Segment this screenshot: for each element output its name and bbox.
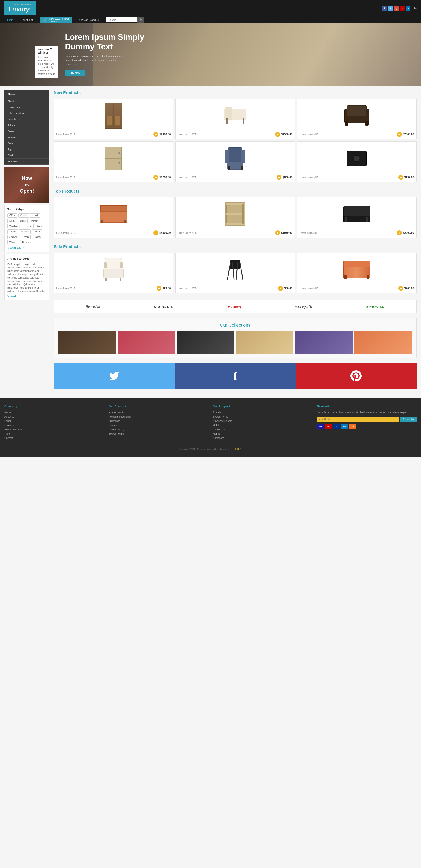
add-cart-button-6[interactable]: + — [398, 175, 403, 180]
tag-stools[interactable]: Stools — [21, 235, 31, 239]
twitter-header-icon[interactable]: t — [388, 6, 393, 11]
language-selector[interactable]: En — [414, 7, 417, 10]
sidebar-item-chairs[interactable]: Chairs — [4, 152, 49, 158]
facebook-header-icon[interactable]: f — [382, 6, 387, 11]
tag-latest[interactable]: Latest — [24, 224, 34, 228]
sidebar-item-bean-bags[interactable]: Bean Bags — [4, 116, 49, 122]
collection-item-5[interactable] — [295, 331, 353, 353]
add-cart-button-4[interactable]: + — [153, 175, 158, 180]
footer-link-addresses[interactable]: Addresses — [109, 419, 208, 423]
wishlist-button[interactable]: Wish List — [20, 17, 36, 23]
buy-now-button[interactable]: Buy Now — [65, 70, 85, 76]
footer-link-search-terms-support[interactable]: Search Terms — [213, 415, 312, 418]
brand-henredon[interactable]: Henredon — [85, 305, 100, 309]
footer-link-personal-info[interactable]: Personal Information — [109, 415, 208, 418]
add-cart-button-5[interactable]: + — [276, 175, 281, 180]
tag-chairs[interactable]: Chairs — [18, 213, 29, 218]
sidebar-item-sofas[interactable]: Sofas — [4, 128, 49, 134]
tag-wardrobes[interactable]: Wardrobes — [7, 224, 22, 228]
footer-bottom: Copyright © 2015.Company name All rights… — [4, 445, 417, 451]
footer-link-home[interactable]: Home — [4, 411, 104, 414]
tag-bedroom[interactable]: Bedroom — [20, 240, 33, 245]
top-product-price-area-3: + $2000.00 — [397, 230, 414, 235]
add-cart-button-1[interactable]: + — [153, 132, 158, 137]
sale-product-price-1: $99.00 — [162, 287, 171, 290]
tag-modern[interactable]: Modern — [19, 229, 31, 234]
footer-link-addresses-support[interactable]: Addresses — [213, 436, 312, 439]
footer-link-mobile2[interactable]: Mobile — [213, 432, 312, 435]
brand-century[interactable]: ✦ Century — [227, 305, 242, 309]
sidebar-item-kids-beds[interactable]: Kids Beds — [4, 158, 49, 164]
newsletter-subscribe-button[interactable]: Subscribe — [400, 417, 417, 422]
footer-link-mobile[interactable]: Mobile — [213, 424, 312, 427]
tag-pouffes[interactable]: Pouffes — [32, 235, 43, 239]
add-cart-button-sale-2[interactable]: + — [278, 286, 283, 291]
add-cart-button-sale-3[interactable]: + — [398, 286, 403, 291]
footer-link-features[interactable]: Features — [4, 424, 104, 427]
view-all-articles-link[interactable]: View all → — [7, 294, 47, 297]
twitter-section[interactable] — [54, 363, 175, 389]
tag-shelves[interactable]: Shelves — [7, 235, 20, 239]
footer-link-contact-us[interactable]: Contact Us — [213, 428, 312, 431]
search-button[interactable]: 🔍 — [138, 17, 145, 23]
tag-wood[interactable]: Wood — [30, 213, 40, 218]
brand-emerald[interactable]: EMERALD — [366, 305, 385, 309]
footer-link-new-collections[interactable]: New Collections — [4, 428, 104, 431]
linkedin-header-icon[interactable]: in — [405, 6, 411, 11]
collection-item-3[interactable] — [177, 331, 234, 353]
footer-link-sitemap[interactable]: Site Map — [213, 411, 312, 414]
tag-office[interactable]: Office — [7, 213, 17, 218]
add-cart-button-3[interactable]: + — [397, 132, 402, 137]
brand-broyhill[interactable]: ●Broyhill — [295, 305, 313, 309]
tag-tables[interactable]: Tables — [7, 229, 18, 234]
footer-link-advanced-search[interactable]: Advanced Search — [213, 419, 312, 423]
view-all-tags-link[interactable]: View all tags → — [7, 246, 47, 249]
footer-link-typo[interactable]: Typo — [4, 432, 104, 435]
footer-account-list: Your Account Personal Information Addres… — [109, 411, 208, 435]
footer-link-search-terms-account[interactable]: Search Terms — [109, 432, 208, 435]
tag-women[interactable]: Women — [29, 219, 40, 223]
sale-product-name-3: Lorem Ipsum 2015 — [300, 287, 318, 290]
tag-kitchen[interactable]: Kitchen — [35, 224, 46, 228]
add-cart-button-2[interactable]: + — [275, 132, 280, 137]
facebook-section[interactable]: f — [175, 363, 296, 389]
view-cart-link[interactable]: View Cart — [79, 19, 88, 21]
footer-link-orders[interactable]: Orders history — [109, 428, 208, 431]
sale-product-image-1 — [56, 255, 171, 284]
search-input[interactable] — [106, 18, 138, 22]
sidebar-item-beds[interactable]: Beds — [4, 141, 49, 147]
add-cart-button-sale-1[interactable]: + — [156, 286, 161, 291]
sidebar-item-living-room[interactable]: Living Room — [4, 104, 49, 110]
tag-metal[interactable]: Metal — [7, 219, 17, 223]
footer-link-your-account[interactable]: Your Account — [109, 411, 208, 414]
brand-schnadig[interactable]: SCHNADIG — [154, 305, 174, 309]
sidebar-item-tables[interactable]: Tables — [4, 122, 49, 128]
sidebar-item-office-furniture[interactable]: Office Furniture — [4, 110, 49, 116]
checkout-link[interactable]: Checkout — [90, 19, 99, 21]
add-cart-button-top-1[interactable]: + — [153, 230, 158, 235]
tag-sizes[interactable]: Sizes — [18, 219, 27, 223]
footer-link-contact[interactable]: Contact — [4, 436, 104, 439]
tag-colors[interactable]: Colors — [32, 229, 42, 234]
footer-link-eshop[interactable]: Eshop — [4, 419, 104, 423]
pinterest-section[interactable] — [296, 363, 417, 389]
brands-bar: Henredon SCHNADIG ✦ Century ●Broyhill EM… — [54, 300, 417, 313]
sidebar-item-typo[interactable]: Typo — [4, 147, 49, 152]
googleplus-header-icon[interactable]: g — [394, 6, 399, 11]
collection-item-1[interactable] — [58, 331, 116, 353]
copyright-link[interactable]: LEISURE — [233, 448, 242, 451]
sidebar-item-about[interactable]: About — [4, 98, 49, 104]
collection-item-6[interactable] — [355, 331, 412, 353]
footer-link-about-us[interactable]: About us — [4, 415, 104, 418]
login-button[interactable]: Login — [4, 17, 16, 23]
tag-women2[interactable]: Women — [7, 240, 19, 245]
footer-link-discount[interactable]: Discount — [109, 424, 208, 427]
sidebar-item-wardrobes[interactable]: Wardrobes — [4, 134, 49, 141]
youtube-header-icon[interactable]: y — [400, 6, 405, 11]
footer-account-title: Our Account — [109, 405, 208, 408]
newsletter-email-input[interactable] — [317, 417, 399, 422]
add-cart-button-top-3[interactable]: + — [397, 230, 402, 235]
collection-item-4[interactable] — [236, 331, 293, 353]
add-cart-button-top-2[interactable]: + — [275, 230, 280, 235]
collection-item-2[interactable] — [118, 331, 175, 353]
